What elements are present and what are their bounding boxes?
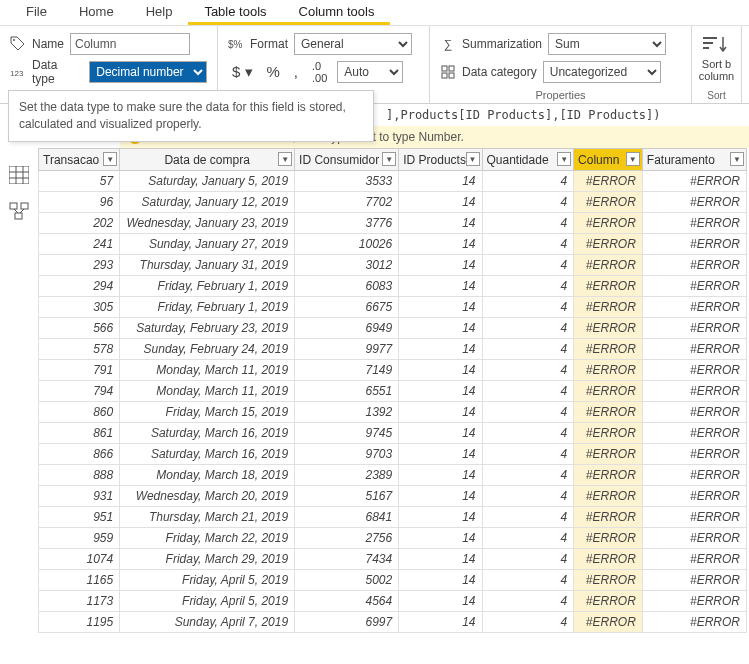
cell-quantidade[interactable]: 4 xyxy=(482,612,574,633)
cell-quantidade[interactable]: 4 xyxy=(482,318,574,339)
cell-transacao[interactable]: 578 xyxy=(39,339,120,360)
cell-transacao[interactable]: 888 xyxy=(39,465,120,486)
table-row[interactable]: 96Saturday, January 12, 20197702144#ERRO… xyxy=(39,192,747,213)
cell-column[interactable]: #ERROR xyxy=(574,507,643,528)
tab-file[interactable]: File xyxy=(10,0,63,25)
col-header-transacao[interactable]: Transacao▼ xyxy=(39,149,120,171)
percent-button[interactable]: % xyxy=(263,63,284,80)
table-row[interactable]: 959Friday, March 22, 20192756144#ERROR#E… xyxy=(39,528,747,549)
cell-id-products[interactable]: 14 xyxy=(399,213,482,234)
cell-column[interactable]: #ERROR xyxy=(574,570,643,591)
cell-column[interactable]: #ERROR xyxy=(574,171,643,192)
cell-data-compra[interactable]: Friday, February 1, 2019 xyxy=(120,276,295,297)
cell-data-compra[interactable]: Friday, April 5, 2019 xyxy=(120,591,295,612)
cell-faturamento[interactable]: #ERROR xyxy=(642,570,746,591)
cell-transacao[interactable]: 866 xyxy=(39,444,120,465)
comma-button[interactable]: , xyxy=(290,63,302,80)
cell-faturamento[interactable]: #ERROR xyxy=(642,297,746,318)
cell-id-consumidor[interactable]: 9977 xyxy=(295,339,399,360)
table-row[interactable]: 294Friday, February 1, 20196083144#ERROR… xyxy=(39,276,747,297)
cell-transacao[interactable]: 860 xyxy=(39,402,120,423)
cell-column[interactable]: #ERROR xyxy=(574,549,643,570)
cell-quantidade[interactable]: 4 xyxy=(482,360,574,381)
table-row[interactable]: 57Saturday, January 5, 20193533144#ERROR… xyxy=(39,171,747,192)
cell-data-compra[interactable]: Saturday, March 16, 2019 xyxy=(120,444,295,465)
cell-column[interactable]: #ERROR xyxy=(574,192,643,213)
cell-id-products[interactable]: 14 xyxy=(399,234,482,255)
cell-data-compra[interactable]: Sunday, February 24, 2019 xyxy=(120,339,295,360)
cell-id-products[interactable]: 14 xyxy=(399,402,482,423)
cell-faturamento[interactable]: #ERROR xyxy=(642,486,746,507)
cell-quantidade[interactable]: 4 xyxy=(482,402,574,423)
cell-column[interactable]: #ERROR xyxy=(574,423,643,444)
cell-id-products[interactable]: 14 xyxy=(399,360,482,381)
cell-id-products[interactable]: 14 xyxy=(399,423,482,444)
datatype-select[interactable]: Decimal number xyxy=(89,61,207,83)
cell-id-consumidor[interactable]: 3012 xyxy=(295,255,399,276)
cell-data-compra[interactable]: Monday, March 18, 2019 xyxy=(120,465,295,486)
cell-id-consumidor[interactable]: 5002 xyxy=(295,570,399,591)
cell-faturamento[interactable]: #ERROR xyxy=(642,192,746,213)
cell-data-compra[interactable]: Monday, March 11, 2019 xyxy=(120,381,295,402)
chevron-down-icon[interactable]: ▼ xyxy=(278,152,292,166)
cell-transacao[interactable]: 794 xyxy=(39,381,120,402)
chevron-down-icon[interactable]: ▼ xyxy=(730,152,744,166)
cell-id-consumidor[interactable]: 2389 xyxy=(295,465,399,486)
table-row[interactable]: 931Wednesday, March 20, 20195167144#ERRO… xyxy=(39,486,747,507)
name-input[interactable] xyxy=(70,33,190,55)
table-row[interactable]: 794Monday, March 11, 20196551144#ERROR#E… xyxy=(39,381,747,402)
cell-data-compra[interactable]: Sunday, April 7, 2019 xyxy=(120,612,295,633)
cell-quantidade[interactable]: 4 xyxy=(482,171,574,192)
table-row[interactable]: 791Monday, March 11, 20197149144#ERROR#E… xyxy=(39,360,747,381)
cell-column[interactable]: #ERROR xyxy=(574,444,643,465)
cell-id-consumidor[interactable]: 7149 xyxy=(295,360,399,381)
cell-faturamento[interactable]: #ERROR xyxy=(642,234,746,255)
cell-quantidade[interactable]: 4 xyxy=(482,234,574,255)
cell-faturamento[interactable]: #ERROR xyxy=(642,318,746,339)
cell-id-consumidor[interactable]: 9745 xyxy=(295,423,399,444)
cell-transacao[interactable]: 202 xyxy=(39,213,120,234)
cell-column[interactable]: #ERROR xyxy=(574,297,643,318)
chevron-down-icon[interactable]: ▼ xyxy=(466,152,480,166)
cell-faturamento[interactable]: #ERROR xyxy=(642,360,746,381)
cell-column[interactable]: #ERROR xyxy=(574,276,643,297)
cell-transacao[interactable]: 566 xyxy=(39,318,120,339)
cell-data-compra[interactable]: Wednesday, March 20, 2019 xyxy=(120,486,295,507)
cell-id-products[interactable]: 14 xyxy=(399,255,482,276)
cell-column[interactable]: #ERROR xyxy=(574,612,643,633)
table-row[interactable]: 951Thursday, March 21, 20196841144#ERROR… xyxy=(39,507,747,528)
cell-quantidade[interactable]: 4 xyxy=(482,507,574,528)
cell-data-compra[interactable]: Friday, March 29, 2019 xyxy=(120,549,295,570)
table-row[interactable]: 202Wednesday, January 23, 20193776144#ER… xyxy=(39,213,747,234)
table-row[interactable]: 293Thursday, January 31, 20193012144#ERR… xyxy=(39,255,747,276)
table-row[interactable]: 1165Friday, April 5, 20195002144#ERROR#E… xyxy=(39,570,747,591)
cell-quantidade[interactable]: 4 xyxy=(482,339,574,360)
cell-id-products[interactable]: 14 xyxy=(399,591,482,612)
cell-data-compra[interactable]: Friday, April 5, 2019 xyxy=(120,570,295,591)
cell-transacao[interactable]: 951 xyxy=(39,507,120,528)
cell-data-compra[interactable]: Friday, February 1, 2019 xyxy=(120,297,295,318)
cell-faturamento[interactable]: #ERROR xyxy=(642,612,746,633)
cell-faturamento[interactable]: #ERROR xyxy=(642,171,746,192)
cell-quantidade[interactable]: 4 xyxy=(482,444,574,465)
cell-id-consumidor[interactable]: 1392 xyxy=(295,402,399,423)
cell-id-products[interactable]: 14 xyxy=(399,192,482,213)
table-row[interactable]: 1173Friday, April 5, 20194564144#ERROR#E… xyxy=(39,591,747,612)
table-row[interactable]: 866Saturday, March 16, 20199703144#ERROR… xyxy=(39,444,747,465)
currency-button[interactable]: $ ▾ xyxy=(228,63,257,81)
table-row[interactable]: 578Sunday, February 24, 20199977144#ERRO… xyxy=(39,339,747,360)
cell-column[interactable]: #ERROR xyxy=(574,255,643,276)
cell-id-consumidor[interactable]: 7702 xyxy=(295,192,399,213)
cell-data-compra[interactable]: Friday, March 15, 2019 xyxy=(120,402,295,423)
cell-id-products[interactable]: 14 xyxy=(399,486,482,507)
cell-data-compra[interactable]: Wednesday, January 23, 2019 xyxy=(120,213,295,234)
cell-id-products[interactable]: 14 xyxy=(399,339,482,360)
decimals-select[interactable]: Auto xyxy=(337,61,403,83)
cell-id-products[interactable]: 14 xyxy=(399,381,482,402)
chevron-down-icon[interactable]: ▼ xyxy=(626,152,640,166)
tab-help[interactable]: Help xyxy=(130,0,189,25)
cell-id-products[interactable]: 14 xyxy=(399,297,482,318)
cell-quantidade[interactable]: 4 xyxy=(482,465,574,486)
cell-data-compra[interactable]: Thursday, March 21, 2019 xyxy=(120,507,295,528)
cell-transacao[interactable]: 96 xyxy=(39,192,120,213)
